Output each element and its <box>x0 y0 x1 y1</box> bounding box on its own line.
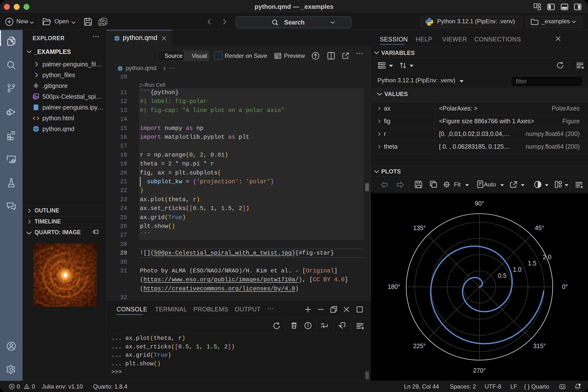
svg-text:c: c <box>321 325 322 328</box>
svg-text:315°: 315° <box>533 342 546 349</box>
svg-text:1.0: 1.0 <box>513 266 522 273</box>
svg-text:225°: 225° <box>413 342 426 349</box>
svg-text:0°: 0° <box>562 283 568 290</box>
svg-text:270°: 270° <box>473 367 486 374</box>
svg-text:2.0: 2.0 <box>543 254 552 260</box>
svg-text:1.5: 1.5 <box>528 260 536 266</box>
svg-text:180°: 180° <box>388 283 400 290</box>
svg-text:0.5: 0.5 <box>498 272 507 279</box>
svg-text:90°: 90° <box>475 200 484 207</box>
svg-text:45°: 45° <box>535 224 544 231</box>
svg-text:135°: 135° <box>413 224 426 231</box>
